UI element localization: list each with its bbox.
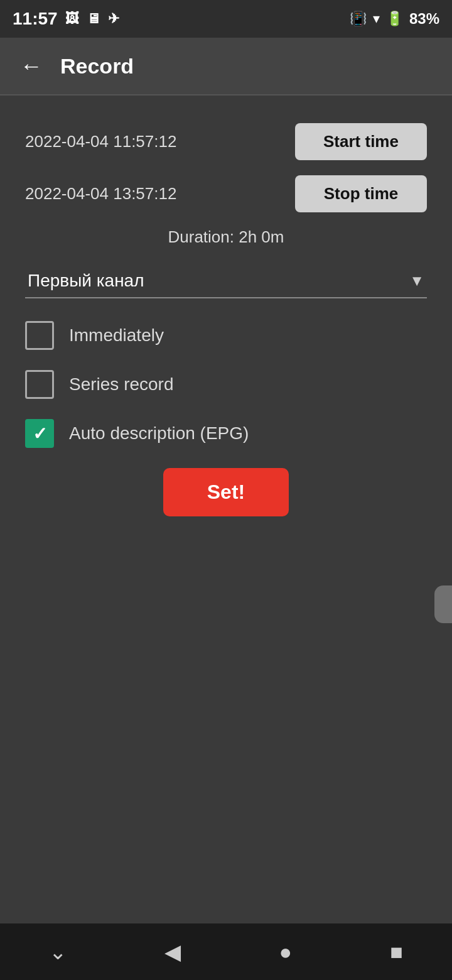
screen-icon: 🖥: [87, 11, 100, 27]
channel-dropdown[interactable]: Первый канал ▼: [25, 264, 427, 298]
auto-description-checkbox[interactable]: [25, 419, 54, 448]
wifi-icon: ▾: [373, 11, 380, 27]
nav-bar: ⌄ ◀ ● ■: [0, 923, 452, 980]
immediately-label: Immediately: [69, 325, 164, 346]
set-button[interactable]: Set!: [163, 468, 289, 516]
back-button[interactable]: ←: [15, 50, 48, 82]
auto-description-label: Auto description (EPG): [69, 423, 249, 444]
series-record-label: Series record: [69, 374, 174, 395]
vibrate-icon: 📳: [350, 11, 367, 27]
page-title: Record: [60, 54, 134, 79]
content-area: 2022-04-04 11:57:12 Start time 2022-04-0…: [0, 108, 452, 923]
immediately-checkbox[interactable]: [25, 321, 54, 350]
status-bar: 11:57 🖼 🖥 ✈ 📳 ▾ 🔋 83%: [0, 0, 452, 38]
nav-down-icon[interactable]: ⌄: [36, 933, 79, 971]
start-time-value: 2022-04-04 11:57:12: [25, 132, 176, 151]
stop-time-value: 2022-04-04 13:57:12: [25, 184, 176, 204]
duration-row: Duration: 2h 0m: [25, 227, 427, 247]
immediately-checkbox-row: Immediately: [25, 321, 427, 350]
start-time-button[interactable]: Start time: [295, 123, 427, 160]
series-record-checkbox[interactable]: [25, 370, 54, 399]
duration-label: Duration: 2h 0m: [168, 227, 284, 246]
nav-recents-icon[interactable]: ■: [377, 934, 416, 971]
scroll-handle[interactable]: [434, 585, 452, 623]
auto-description-checkbox-row: Auto description (EPG): [25, 419, 427, 448]
top-bar: ← Record: [0, 38, 452, 94]
stop-time-row: 2022-04-04 13:57:12 Stop time: [25, 175, 427, 212]
battery-label: 83%: [409, 10, 439, 28]
channel-name: Первый канал: [28, 271, 144, 291]
status-time: 11:57: [13, 9, 58, 29]
stop-time-button[interactable]: Stop time: [295, 175, 427, 212]
battery-icon: 🔋: [386, 11, 403, 27]
send-icon: ✈: [108, 11, 119, 27]
series-record-checkbox-row: Series record: [25, 370, 427, 399]
set-button-row: Set!: [25, 468, 427, 516]
nav-back-icon[interactable]: ◀: [152, 933, 193, 971]
photo-icon: 🖼: [65, 11, 79, 27]
chevron-down-icon: ▼: [409, 272, 424, 290]
start-time-row: 2022-04-04 11:57:12 Start time: [25, 123, 427, 160]
nav-home-icon[interactable]: ●: [267, 934, 305, 971]
